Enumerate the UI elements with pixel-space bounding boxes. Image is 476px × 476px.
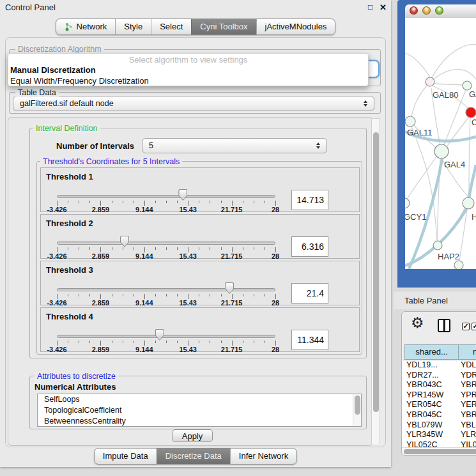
minimize-traffic-light-icon[interactable] [422, 6, 431, 15]
slider-tick [134, 247, 134, 250]
float-window-icon[interactable]: □ [368, 3, 372, 12]
number-of-intervals-label: Number of Intervals [56, 141, 134, 151]
network-node[interactable] [405, 116, 415, 127]
slider-tick [199, 294, 199, 296]
bottom-tab-row: Impute DataDiscretize DataInfer Network [0, 448, 391, 464]
algorithm-options: Manual DiscretizationEqual Width/Frequen… [8, 65, 368, 86]
tab-style[interactable]: Style [115, 19, 151, 35]
tab-label: Impute Data [103, 451, 148, 461]
table-row[interactable]: YDL19...YDL1 [402, 360, 476, 371]
attributes-scrollbar-thumb[interactable] [355, 395, 360, 415]
network-canvas[interactable]: GAL80GACGAL11GAL4GCY1HHAP2 [405, 18, 476, 269]
network-node[interactable] [434, 144, 449, 158]
numerical-attributes-list[interactable]: SelfLoopsTopologicalCoefficientBetweenne… [37, 394, 362, 427]
slider-thumb-face [179, 190, 187, 200]
split-table-icon[interactable] [438, 319, 450, 332]
threshold-row-2: Threshold 2-3.4262.8599.14415.4321.71528… [40, 214, 360, 259]
network-node[interactable] [433, 241, 442, 250]
slider-tick [123, 341, 123, 343]
tab-select[interactable]: Select [151, 19, 191, 35]
network-node[interactable] [405, 198, 410, 208]
checkbox-icon[interactable]: ✓ [472, 323, 476, 330]
threshold-slider-thumb[interactable] [155, 329, 164, 341]
slider-scale-label: 21.715 [221, 252, 243, 260]
threshold-value-field[interactable]: 21.4 [291, 283, 328, 303]
table-rows[interactable]: YDL19...YDL1YDR27...YDR2YBR043CYBR0YPR14… [402, 360, 476, 448]
tab-cyni-toolbox[interactable]: Cyni Toolbox [191, 19, 256, 35]
close-icon[interactable]: ✕ [380, 3, 387, 12]
table-horizontal-scrollbar[interactable] [402, 447, 476, 456]
attribute-item-topologicalcoefficient[interactable]: TopologicalCoefficient [38, 405, 361, 416]
network-node[interactable] [426, 77, 434, 86]
bottom-tab-bar: Impute DataDiscretize DataInfer Network [94, 448, 297, 464]
threshold-slider-thumb[interactable] [120, 236, 129, 247]
table-row[interactable]: YBR045CYBR0 [402, 410, 476, 420]
cell-name: YBL0 [461, 420, 476, 429]
network-window-titlebar [405, 4, 476, 19]
threshold-slider-thumb[interactable] [178, 189, 187, 201]
network-node-label: C [472, 118, 476, 127]
table-row[interactable]: YDR27...YDR2 [402, 371, 476, 381]
attribute-item-selfloops[interactable]: SelfLoops [38, 394, 361, 405]
slider-tick [79, 341, 79, 343]
table-scrollbar-thumb[interactable] [404, 449, 476, 454]
zoom-traffic-light-icon[interactable] [435, 6, 443, 15]
threshold-value-field[interactable]: 11.344 [291, 330, 328, 350]
threshold-slider-thumb[interactable] [225, 282, 234, 294]
slider-tick [89, 341, 90, 343]
slider-tick [79, 247, 79, 250]
threshold-slider-track[interactable] [57, 242, 275, 245]
algorithm-option-equal-width-frequency-discretization[interactable]: Equal Width/Frequency Discretization [8, 75, 368, 86]
threshold-label: Threshold 2 [46, 219, 93, 228]
network-node[interactable] [466, 107, 476, 118]
attributes-scrollbar[interactable] [353, 394, 361, 426]
threshold-slider-track[interactable] [57, 288, 275, 291]
slider-scale-label: -3.426 [47, 346, 66, 353]
number-of-intervals-combobox[interactable]: 5 [142, 138, 327, 153]
slider-tick [57, 247, 58, 252]
tab-discretize-data[interactable]: Discretize Data [157, 449, 230, 464]
slider-tick [188, 341, 188, 346]
attribute-item-betweennesscentrality[interactable]: BetweennessCentrality [38, 416, 361, 427]
table-row[interactable]: YBL079WYBL0 [402, 420, 476, 431]
gear-icon[interactable]: ⚙ [411, 314, 424, 332]
tab-label: Infer Network [239, 451, 288, 461]
column-header-name[interactable]: na [458, 344, 476, 360]
main-scrollbar-thumb[interactable] [373, 132, 379, 412]
table-panel-titlebar: Table Panel [394, 291, 476, 309]
tab-impute-data[interactable]: Impute Data [95, 449, 157, 464]
slider-tick [57, 294, 58, 299]
main-vertical-scrollbar[interactable] [371, 118, 380, 445]
tab-label: Select [160, 22, 183, 31]
threshold-value-field[interactable]: 14.713 [291, 190, 328, 210]
tab-jactivemnodules[interactable]: jActiveMNodules [256, 19, 335, 35]
table-row[interactable]: YLR345WYLR3 [402, 430, 476, 440]
checkbox-icon[interactable]: ✓ [462, 323, 470, 330]
algorithm-option-manual-discretization[interactable]: Manual Discretization [8, 65, 368, 75]
table-row[interactable]: YPR145WYPR1 [402, 390, 476, 401]
tab-label: Style [124, 22, 142, 31]
column-header-shared[interactable]: shared... [404, 344, 459, 360]
apply-button[interactable]: Apply [172, 429, 213, 442]
table-row[interactable]: YER054CYER0 [402, 400, 476, 410]
network-node[interactable] [463, 81, 472, 90]
table-row[interactable]: YBR043CYBR0 [402, 380, 476, 390]
slider-tick [275, 341, 276, 346]
slider-tick [221, 247, 222, 250]
threshold-slider-track[interactable] [57, 335, 275, 338]
table-data-combobox[interactable]: galFiltered.sif default node [13, 96, 374, 111]
network-node[interactable] [463, 197, 474, 209]
close-traffic-light-icon[interactable] [410, 6, 418, 15]
threshold-slider-track[interactable] [57, 195, 275, 198]
cell-shared-name: YPR145W [406, 390, 443, 399]
network-node[interactable] [454, 261, 463, 269]
slider-thumb-face [121, 236, 128, 247]
slider-tick [100, 341, 101, 346]
slider-tick [112, 247, 112, 250]
tab-network[interactable]: Network [56, 19, 116, 35]
tab-infer-network[interactable]: Infer Network [230, 449, 296, 464]
slider-scale-label: 28 [272, 206, 279, 213]
slider-tick [100, 201, 101, 206]
slider-scale-label: 9.144 [135, 346, 153, 353]
threshold-value-field[interactable]: 6.316 [291, 236, 328, 257]
